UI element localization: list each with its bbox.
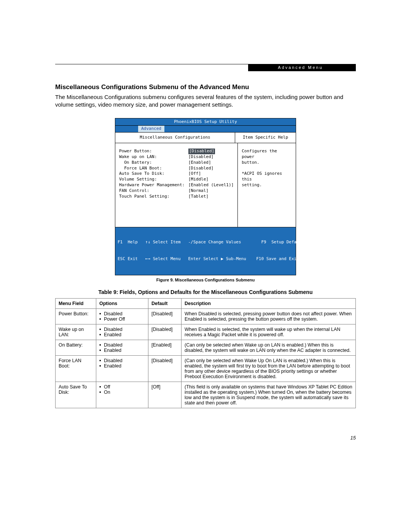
- cell-options: DisabledEnabled: [96, 340, 148, 355]
- bios-settings-panel: Power Button:[Disabled]Wake up on LAN:[D…: [115, 143, 238, 227]
- cell-default: [Enabled]: [148, 340, 182, 355]
- section-intro: The Miscellaneous Configurations submenu…: [55, 93, 356, 109]
- bios-help-line: setting.: [242, 182, 292, 188]
- bios-menu-bar: Advanced: [115, 126, 296, 133]
- bios-setting-row: Wake up on LAN:[Disabled]: [119, 154, 234, 160]
- bios-footer-line1: F1 Help ↑↓ Select Item -/Space Change Va…: [118, 240, 293, 245]
- bios-setting-value: [Disabled]: [188, 154, 213, 160]
- bios-setting-label: On Battery:: [119, 160, 188, 166]
- table-header-row: Menu Field Options Default Description: [56, 298, 356, 308]
- bios-setting-row: On Battery:[Enabled]: [119, 160, 234, 166]
- bios-setting-row: Auto Save To Disk:[Off]: [119, 171, 234, 177]
- cell-description: When Disabled is selected, pressing powe…: [182, 308, 356, 324]
- bios-setting-value: [Enabled (Level1)]: [188, 182, 234, 188]
- table-row: Force LAN Boot:DisabledEnabled[Disabled]…: [56, 355, 356, 382]
- bios-setting-label: Force LAN Boot:: [119, 166, 188, 171]
- page: Advanced Menu Miscellaneous Configuratio…: [0, 0, 411, 532]
- bios-setting-row: Hardware Power Management:[Enabled (Leve…: [119, 182, 234, 188]
- option-item: Off: [99, 384, 145, 390]
- table-caption: Table 9: Fields, Options and Defaults fo…: [55, 289, 356, 295]
- bios-setting-row: Volume Setting:[Middle]: [119, 177, 234, 182]
- bios-setting-label: FAN Control:: [119, 188, 188, 194]
- bios-help-line: button.: [242, 160, 292, 166]
- cell-options: OffOn: [96, 382, 148, 408]
- bios-setting-value: [Enabled]: [188, 160, 211, 166]
- option-item: Disabled: [99, 327, 145, 332]
- th-menu-field: Menu Field: [56, 298, 96, 308]
- bios-setting-row: Touch Panel Setting:[Tablet]: [119, 194, 234, 200]
- cell-default: [Off]: [148, 382, 182, 408]
- cell-options: DisabledPower Off: [96, 308, 148, 324]
- bios-setting-label: Power Button:: [119, 149, 188, 154]
- bios-setting-value: [Tablet]: [188, 194, 209, 200]
- cell-description: When Enabled is selected, the system wil…: [182, 324, 356, 340]
- bios-setting-label: Hardware Power Management:: [119, 182, 188, 188]
- bios-setting-label: Touch Panel Setting:: [119, 194, 188, 200]
- bios-setting-label: Auto Save To Disk:: [119, 171, 188, 177]
- fields-table: Menu Field Options Default Description P…: [55, 298, 356, 408]
- cell-menu-field: On Battery:: [56, 340, 96, 355]
- bios-footer-line2: ESC Exit ←→ Select Menu Enter Select ▶ S…: [118, 256, 293, 262]
- cell-menu-field: Auto Save To Disk:: [56, 382, 96, 408]
- cell-default: [Disabled]: [148, 308, 182, 324]
- bios-panel-title-right: Item Specific Help: [235, 133, 296, 143]
- bios-help-panel: Configures the powerbutton. *ACPI OS ign…: [238, 143, 296, 227]
- option-item: Disabled: [99, 311, 145, 316]
- option-item: Power Off: [99, 316, 145, 322]
- cell-description: (Can only be selected when Wake Up On LA…: [182, 355, 356, 382]
- cell-options: DisabledEnabled: [96, 355, 148, 382]
- cell-menu-field: Wake up on LAN:: [56, 324, 96, 340]
- table-row: Power Button:DisabledPower Off[Disabled]…: [56, 308, 356, 324]
- option-item: On: [99, 390, 145, 395]
- bios-setting-row: FAN Control:[Normal]: [119, 188, 234, 194]
- option-item: Enabled: [99, 348, 145, 353]
- header-bar: Advanced Menu: [55, 64, 356, 72]
- cell-description: (Can only be selected when Wake up on LA…: [182, 340, 356, 355]
- option-item: Enabled: [99, 363, 145, 369]
- bios-setting-value: [Off]: [188, 171, 201, 177]
- page-number: 15: [350, 435, 356, 441]
- th-description: Description: [182, 298, 356, 308]
- th-default: Default: [148, 298, 182, 308]
- table-row: Auto Save To Disk:OffOn[Off](This field …: [56, 382, 356, 408]
- header-section-label: Advanced Menu: [248, 64, 356, 71]
- cell-default: [Disabled]: [148, 355, 182, 382]
- cell-options: DisabledEnabled: [96, 324, 148, 340]
- option-item: Disabled: [99, 358, 145, 363]
- bios-body: Power Button:[Disabled]Wake up on LAN:[D…: [115, 143, 296, 227]
- bios-help-line: Configures the power: [242, 149, 292, 160]
- bios-setting-value: [Disabled]: [188, 149, 215, 154]
- bios-headers: Miscellaneous Configurations Item Specif…: [115, 133, 296, 143]
- bios-setting-value: [Middle]: [188, 177, 209, 182]
- option-item: Disabled: [99, 342, 145, 348]
- bios-menu-tab-advanced: Advanced: [138, 126, 164, 132]
- bios-setting-value: [Normal]: [188, 188, 209, 194]
- section-title: Miscellaneous Configurations Submenu of …: [55, 83, 356, 91]
- bios-setting-label: Wake up on LAN:: [119, 154, 188, 160]
- bios-setting-value: [Disabled]: [188, 166, 213, 171]
- cell-menu-field: Force LAN Boot:: [56, 355, 96, 382]
- table-row: On Battery:DisabledEnabled[Enabled](Can …: [56, 340, 356, 355]
- bios-setting-label: Volume Setting:: [119, 177, 188, 182]
- bios-footer: F1 Help ↑↓ Select Item -/Space Change Va…: [115, 227, 296, 275]
- option-item: Enabled: [99, 332, 145, 337]
- bios-help-line: [242, 166, 292, 171]
- bios-setting-row: Power Button:[Disabled]: [119, 149, 234, 154]
- cell-default: [Disabled]: [148, 324, 182, 340]
- figure-caption: Figure 9. Miscellaneous Configurations S…: [55, 278, 356, 282]
- bios-screenshot: PhoenixBIOS Setup Utility Advanced Misce…: [115, 118, 296, 275]
- th-options: Options: [96, 298, 148, 308]
- bios-help-line: *ACPI OS ignores this: [242, 171, 292, 182]
- bios-title: PhoenixBIOS Setup Utility: [115, 118, 296, 126]
- table-row: Wake up on LAN:DisabledEnabled[Disabled]…: [56, 324, 356, 340]
- cell-menu-field: Power Button:: [56, 308, 96, 324]
- bios-setting-row: Force LAN Boot:[Disabled]: [119, 166, 234, 171]
- bios-panel-title-left: Miscellaneous Configurations: [115, 133, 235, 143]
- cell-description: (This field is only available on systems…: [182, 382, 356, 408]
